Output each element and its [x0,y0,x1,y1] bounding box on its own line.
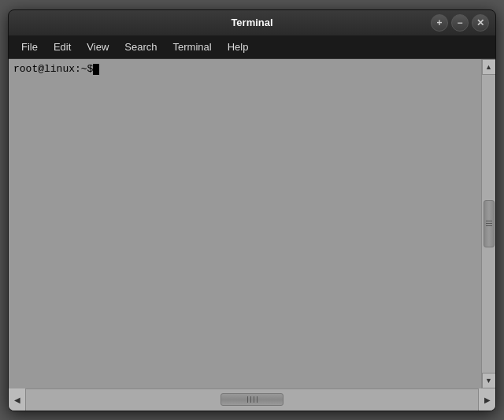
grip-line-1 [486,221,492,221]
add-tab-button[interactable]: + [431,14,448,32]
menubar: File Edit View Search Terminal Help [9,35,495,59]
terminal-cursor [93,64,99,75]
scroll-thumb-vertical[interactable] [484,200,495,247]
close-button[interactable]: ✕ [472,14,489,32]
scroll-up-button[interactable]: ▲ [482,59,496,75]
menu-view[interactable]: View [79,38,117,56]
titlebar: Terminal + − ✕ [9,10,495,35]
terminal-prompt: root@linux:~$ [13,62,476,76]
grip-line-3 [486,225,492,226]
scroll-thumb-h-grip [247,396,258,403]
scroll-right-button[interactable]: ▶ [478,388,495,411]
grip-line-h-2 [250,396,251,403]
menu-search[interactable]: Search [117,38,165,56]
vertical-scrollbar[interactable]: ▲ ▼ [481,59,495,388]
horizontal-scrollbar[interactable]: ◀ ▶ [9,388,495,411]
scroll-thumb-horizontal[interactable] [220,393,284,406]
menu-help[interactable]: Help [220,38,257,56]
grip-line-h-3 [254,396,254,403]
window-title: Terminal [231,17,272,28]
window-controls: + − ✕ [431,14,489,32]
scroll-track-vertical[interactable] [482,75,495,373]
menu-edit[interactable]: Edit [46,38,79,56]
grip-line-h-1 [247,396,248,403]
content-area: root@linux:~$ ▲ ▼ [9,59,495,388]
scroll-thumb-grip [486,221,492,226]
grip-line-h-4 [257,396,258,403]
grip-line-2 [486,223,492,224]
menu-file[interactable]: File [13,38,46,56]
scroll-left-button[interactable]: ◀ [9,388,26,411]
minimize-button[interactable]: − [451,14,469,32]
scroll-track-horizontal[interactable] [26,389,478,411]
terminal-body[interactable]: root@linux:~$ [9,59,481,388]
scroll-down-button[interactable]: ▼ [482,373,496,388]
menu-terminal[interactable]: Terminal [165,38,220,56]
terminal-window: Terminal + − ✕ File Edit View Search Ter… [8,9,496,411]
